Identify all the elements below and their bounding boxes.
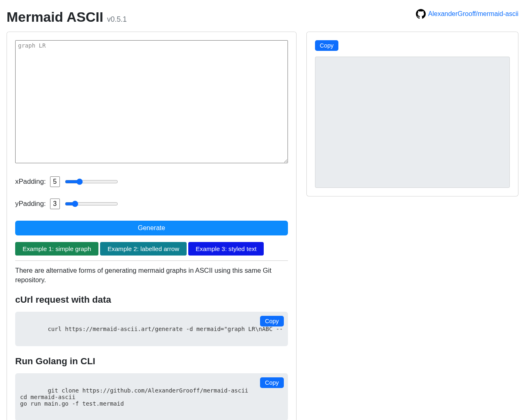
example-2-button[interactable]: Example 2: labelled arrow <box>100 242 187 256</box>
divider <box>15 260 288 261</box>
page-title: Mermaid ASCII v0.5.1 <box>7 9 127 25</box>
xpadding-number-input[interactable] <box>50 176 60 187</box>
ypadding-slider[interactable] <box>65 201 118 207</box>
copy-curl-button[interactable]: Copy <box>260 316 284 326</box>
curl-code-block: Copycurl https://mermaid-ascii.art/gener… <box>15 312 288 346</box>
ypadding-label: yPadding: <box>15 200 46 208</box>
output-box <box>315 57 510 188</box>
cli-code-block: Copygit clone https://github.com/Alexand… <box>15 373 288 420</box>
copy-cli-button[interactable]: Copy <box>260 377 284 388</box>
alternatives-description: There are alternative forms of generatin… <box>15 266 288 285</box>
github-icon <box>416 9 426 19</box>
title-text: Mermaid ASCII <box>7 9 103 25</box>
xpadding-label: xPadding: <box>15 178 46 186</box>
example-1-button[interactable]: Example 1: simple graph <box>15 242 98 256</box>
copy-output-button[interactable]: Copy <box>315 40 339 51</box>
cli-code-text: git clone https://github.com/AlexanderGr… <box>20 387 248 407</box>
ypadding-number-input[interactable] <box>50 199 60 209</box>
input-card: xPadding: yPadding: Generate Example 1: … <box>7 32 297 420</box>
xpadding-slider[interactable] <box>65 178 118 185</box>
output-card: Copy <box>306 32 518 196</box>
curl-code-text: curl https://mermaid-ascii.art/generate … <box>48 326 283 332</box>
example-3-button[interactable]: Example 3: styled text <box>188 242 264 256</box>
repo-link-text: AlexanderGrooff/mermaid-ascii <box>428 10 518 18</box>
curl-heading: cUrl request with data <box>15 294 288 305</box>
version-text: v0.5.1 <box>107 15 127 23</box>
generate-button[interactable]: Generate <box>15 221 288 235</box>
cli-heading: Run Golang in CLI <box>15 356 288 367</box>
github-repo-link[interactable]: AlexanderGrooff/mermaid-ascii <box>416 9 518 19</box>
mermaid-input[interactable] <box>15 40 288 163</box>
